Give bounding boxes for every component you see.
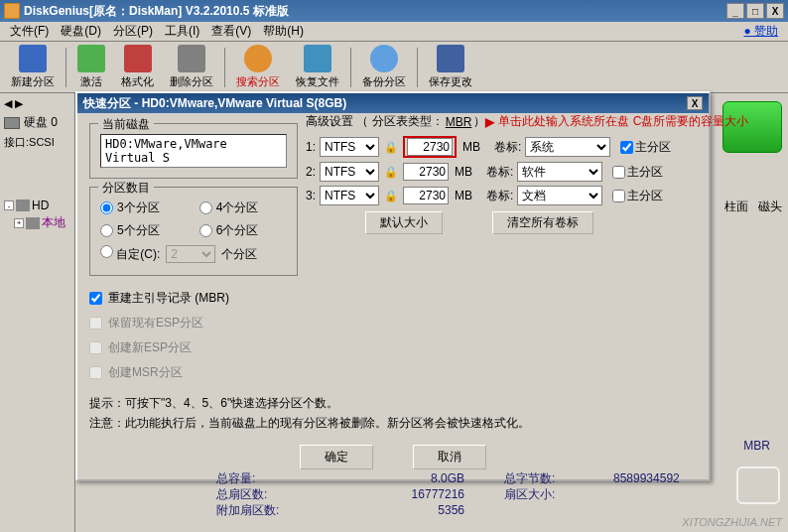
titlebar: DiskGenius[原名：DiskMan] V3.2.2010.5 标准版 _…	[0, 0, 788, 22]
app-icon	[4, 3, 20, 19]
fs-select-1[interactable]: NTFS	[320, 137, 379, 157]
count-legend: 分区数目	[98, 180, 154, 197]
vol-select-1[interactable]: 系统	[525, 137, 610, 157]
dialog-close-button[interactable]: X	[687, 96, 703, 110]
partition-row-3: 3: NTFS 🔒 MB 卷标: 文档 主分区	[306, 186, 768, 205]
annotation: 单击此处输入系统所在盘 C盘所需要的容量大小	[498, 113, 748, 130]
tool-search[interactable]: 搜索分区	[229, 42, 287, 92]
fs-select-2[interactable]: NTFS	[320, 162, 379, 182]
lock-icon[interactable]: 🔒	[383, 164, 399, 180]
maximize-button[interactable]: □	[746, 3, 764, 19]
vol-select-3[interactable]: 文档	[517, 186, 602, 205]
dialog-body: 当前磁盘 HD0:VMware,VMware Virtual S 分区数目 3个…	[77, 113, 709, 479]
expand-icon[interactable]: +	[14, 218, 24, 228]
quick-partition-dialog: 快速分区 - HD0:VMware,VMware Virtual S(8GB) …	[75, 91, 711, 481]
window-buttons: _ □ X	[726, 3, 784, 19]
adv-buttons: 默认大小 清空所有卷标	[365, 211, 768, 234]
dialog-footer: 确定 取消	[89, 445, 697, 469]
advanced-title-row: 高级设置 （ 分区表类型： MBR ） ▶ 单击此处输入系统所在盘 C盘所需要的…	[306, 113, 768, 130]
tree-local[interactable]: +本地	[14, 214, 75, 231]
sidebar-nav-icons: ◀ ▶	[4, 97, 70, 110]
menu-tool[interactable]: 工具(I)	[159, 21, 205, 42]
cancel-button[interactable]: 取消	[413, 445, 486, 469]
radio-5[interactable]: 5个分区	[100, 222, 160, 239]
tool-new-partition[interactable]: 新建分区	[4, 42, 62, 92]
expand-icon[interactable]: -	[4, 200, 14, 210]
fs-select-3[interactable]: NTFS	[320, 186, 379, 205]
partition-count-group: 分区数目 3个分区 4个分区 5个分区 6个分区 自定(C): 2 个分区	[89, 187, 298, 276]
current-disk-legend: 当前磁盘	[98, 116, 154, 133]
current-disk-value: HD0:VMware,VMware Virtual S	[100, 134, 287, 168]
toolbar: 新建分区 激活 格式化 删除分区 搜索分区 恢复文件 备份分区 保存更改	[0, 42, 788, 93]
tool-backup[interactable]: 备份分区	[355, 42, 413, 92]
radio-4[interactable]: 4个分区	[199, 200, 259, 216]
sidebar-interface: 接口:SCSI	[4, 135, 70, 150]
menu-help[interactable]: 帮助(H)	[257, 21, 310, 42]
mbr-label: MBR	[743, 439, 770, 453]
clear-labels-button[interactable]: 清空所有卷标	[492, 211, 593, 234]
disk-icon	[4, 117, 20, 129]
partition-row-1: 1: NTFS 🔒 MB 卷标: 系统 主分区	[306, 136, 768, 158]
primary-check-1[interactable]: 主分区	[620, 139, 671, 156]
minimize-button[interactable]: _	[726, 3, 744, 19]
menu-disk[interactable]: 硬盘(D)	[55, 21, 107, 42]
size-input-3[interactable]	[403, 187, 449, 204]
sponsor-link[interactable]: ● 赞助	[737, 23, 784, 40]
size-input-2[interactable]	[403, 163, 449, 181]
size-highlight	[403, 136, 457, 158]
radio-6[interactable]: 6个分区	[199, 222, 259, 239]
check-keep-esp: 保留现有ESP分区	[89, 315, 298, 332]
current-disk-group: 当前磁盘 HD0:VMware,VMware Virtual S	[89, 123, 298, 179]
watermark-logo-icon	[736, 466, 780, 504]
disk-tree: -HD +本地	[4, 199, 75, 233]
check-msr: 创建MSR分区	[89, 364, 298, 381]
radio-3[interactable]: 3个分区	[100, 200, 160, 216]
sidebar-disk[interactable]: 硬盘 0	[4, 114, 70, 131]
advanced-settings: 高级设置 （ 分区表类型： MBR ） ▶ 单击此处输入系统所在盘 C盘所需要的…	[306, 113, 768, 234]
tool-save[interactable]: 保存更改	[422, 42, 479, 92]
primary-check-3[interactable]: 主分区	[612, 188, 663, 204]
menu-file[interactable]: 文件(F)	[4, 21, 55, 42]
check-rebuild-mbr[interactable]: 重建主引导记录 (MBR)	[89, 290, 298, 307]
size-input-1[interactable]	[407, 138, 453, 156]
tip-1: 提示：可按下"3、4、5、6"快速选择分区个数。	[89, 393, 697, 413]
disk-info: 总容量:8.0GB总字节数:8589934592 总扇区数:16777216扇区…	[216, 470, 772, 518]
options-checks: 重建主引导记录 (MBR) 保留现有ESP分区 创建新ESP分区 创建MSR分区	[89, 290, 298, 381]
arrow-icon: ▶	[485, 115, 494, 129]
check-new-esp: 创建新ESP分区	[89, 339, 298, 356]
dialog-title: 快速分区 - HD0:VMware,VMware Virtual S(8GB)	[83, 95, 687, 112]
disk-icon	[16, 200, 30, 211]
lock-icon[interactable]: 🔒	[383, 139, 399, 155]
lock-icon[interactable]: 🔒	[383, 188, 399, 203]
dialog-titlebar: 快速分区 - HD0:VMware,VMware Virtual S(8GB) …	[77, 93, 709, 113]
vol-select-2[interactable]: 软件	[517, 162, 602, 182]
adv-type: MBR	[446, 115, 472, 129]
menu-view[interactable]: 查看(V)	[205, 21, 257, 42]
menu-partition[interactable]: 分区(P)	[107, 21, 159, 42]
partition-row-2: 2: NTFS 🔒 MB 卷标: 软件 主分区	[306, 162, 768, 182]
window-title: DiskGenius[原名：DiskMan] V3.2.2010.5 标准版	[24, 3, 726, 20]
close-button[interactable]: X	[766, 3, 784, 19]
watermark-text: XITONGZHIJIA.NET	[682, 516, 782, 528]
primary-check-2[interactable]: 主分区	[612, 164, 663, 181]
disk-icon	[26, 217, 40, 229]
ok-button[interactable]: 确定	[300, 445, 373, 469]
custom-count-select[interactable]: 2	[166, 245, 215, 263]
menubar: 文件(F) 硬盘(D) 分区(P) 工具(I) 查看(V) 帮助(H) ● 赞助	[0, 22, 788, 42]
default-size-button[interactable]: 默认大小	[365, 211, 443, 234]
sidebar: ◀ ▶ 硬盘 0 接口:SCSI	[0, 93, 75, 532]
tool-recover[interactable]: 恢复文件	[289, 42, 346, 92]
adv-title-text: 高级设置 （ 分区表类型：	[306, 113, 444, 130]
tree-root[interactable]: -HD	[4, 199, 75, 212]
radio-custom[interactable]: 自定(C):	[100, 245, 160, 263]
dialog-tips: 提示：可按下"3、4、5、6"快速选择分区个数。 注意：此功能执行后，当前磁盘上…	[89, 393, 697, 433]
tip-2: 注意：此功能执行后，当前磁盘上的现有分区将被删除。新分区将会被快速格式化。	[89, 413, 697, 433]
tool-delete[interactable]: 删除分区	[163, 42, 220, 92]
tool-activate[interactable]: 激活	[70, 42, 112, 92]
tool-format[interactable]: 格式化	[114, 42, 161, 92]
